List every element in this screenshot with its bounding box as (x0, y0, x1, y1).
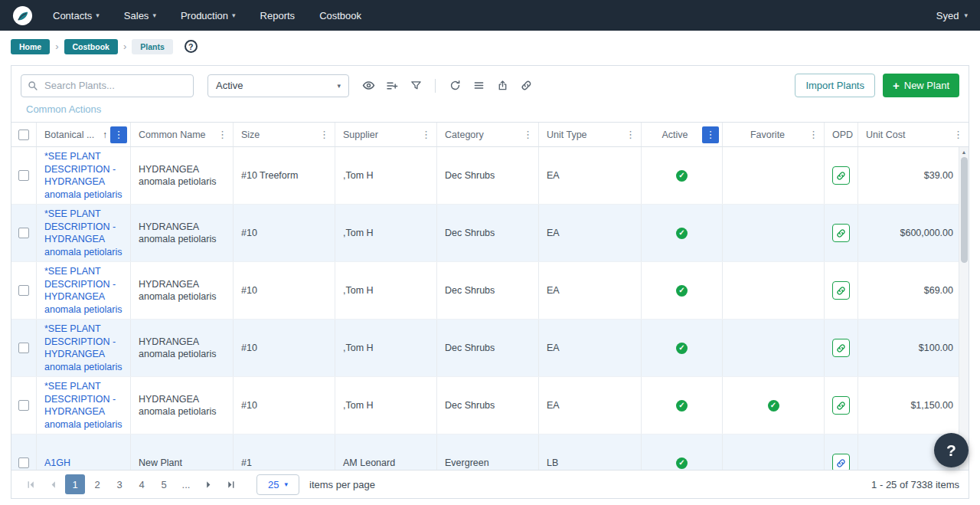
page-ellipsis-button[interactable]: ... (176, 474, 196, 494)
active-cell: ✓ (642, 377, 723, 434)
page-button-1[interactable]: 1 (65, 474, 85, 494)
plant-link[interactable]: *SEE PLANT DESCRIPTION - HYDRANGEA anoma… (44, 380, 122, 431)
visibility-toggle-button[interactable] (358, 76, 378, 96)
toolbar-divider (435, 79, 436, 93)
new-plant-button[interactable]: + New Plant (883, 74, 959, 97)
column-menu-icon[interactable]: ⋮ (215, 129, 230, 140)
breadcrumb-plants[interactable]: Plants (132, 39, 173, 54)
opd-link-button[interactable] (832, 339, 850, 357)
unit-cost-cell: $600,000.00 (858, 205, 969, 261)
opd-link-button[interactable] (832, 224, 850, 242)
column-menu-icon[interactable]: ⋮ (521, 129, 535, 140)
last-page-button[interactable] (220, 474, 240, 494)
column-header-opd[interactable]: OPD (825, 123, 858, 146)
column-menu-icon[interactable]: ⋮ (317, 129, 332, 140)
column-header-botanical[interactable]: Botanical ... ↑ ⋮ (37, 123, 131, 146)
size-cell: #10 (234, 320, 335, 376)
column-chooser-button[interactable] (382, 76, 402, 96)
page-button-5[interactable]: 5 (154, 474, 174, 494)
column-menu-icon[interactable]: ⋮ (806, 129, 821, 140)
favorite-check-icon: ✓ (768, 400, 779, 412)
next-page-button[interactable] (198, 474, 218, 494)
next-page-icon (203, 479, 214, 490)
list-view-button[interactable] (469, 76, 488, 96)
help-fab-button[interactable]: ? (934, 433, 969, 467)
column-menu-button[interactable]: ⋮ (702, 126, 719, 143)
status-filter-select[interactable]: Active ▾ (207, 74, 349, 97)
funnel-icon (410, 80, 422, 91)
column-header-category[interactable]: Category ⋮ (437, 123, 539, 146)
row-checkbox[interactable] (18, 170, 29, 181)
table-row: *SEE PLANT DESCRIPTION - HYDRANGEA anoma… (11, 205, 969, 262)
nav-item-contacts[interactable]: Contacts ▾ (53, 10, 100, 21)
column-menu-icon[interactable]: ⋮ (951, 129, 965, 140)
column-label: Active (649, 130, 701, 140)
column-menu-icon[interactable]: ⋮ (419, 129, 433, 140)
opd-link-button[interactable] (832, 166, 850, 185)
common-actions-link[interactable]: Common Actions (11, 103, 969, 122)
chevron-down-icon: ▾ (964, 11, 968, 19)
user-menu[interactable]: Syed ▾ (936, 10, 968, 21)
select-all-cell (11, 123, 37, 146)
nav-item-costbook[interactable]: Costbook (319, 10, 361, 21)
column-header-favorite[interactable]: Favorite ⋮ (723, 123, 825, 146)
column-menu-button[interactable]: ⋮ (110, 126, 127, 143)
columns-plus-icon (386, 80, 398, 92)
row-checkbox[interactable] (18, 343, 29, 353)
page-button-4[interactable]: 4 (132, 474, 152, 494)
plant-link[interactable]: A1GH (44, 457, 70, 470)
plant-link[interactable]: *SEE PLANT DESCRIPTION - HYDRANGEA anoma… (44, 265, 122, 316)
active-check-icon: ✓ (676, 170, 688, 182)
page-size-select[interactable]: 25 ▾ (256, 474, 299, 495)
column-header-common-name[interactable]: Common Name ⋮ (131, 123, 234, 146)
copy-link-button[interactable] (516, 76, 536, 96)
app-logo-icon[interactable] (12, 5, 33, 26)
opd-link-button[interactable] (832, 396, 850, 415)
link-icon (836, 286, 846, 296)
refresh-button[interactable] (445, 76, 465, 96)
scrollbar-thumb[interactable] (961, 157, 968, 263)
active-check-icon: ✓ (676, 343, 688, 354)
active-check-icon: ✓ (676, 457, 688, 469)
breadcrumb-home[interactable]: Home (11, 39, 50, 54)
first-page-button[interactable] (21, 474, 41, 494)
supplier-cell: ,Tom H (335, 377, 437, 434)
export-button[interactable] (492, 76, 512, 96)
import-plants-button[interactable]: Import Plants (795, 74, 875, 97)
chevron-down-icon: ▾ (232, 11, 236, 19)
breadcrumb-costbook[interactable]: Costbook (64, 39, 118, 54)
plant-link[interactable]: *SEE PLANT DESCRIPTION - HYDRANGEA anoma… (44, 208, 122, 258)
help-icon[interactable]: ? (185, 40, 198, 53)
filter-button[interactable] (406, 76, 426, 96)
page-button-3[interactable]: 3 (109, 474, 129, 494)
column-header-unit-cost[interactable]: Unit Cost ⋮ (858, 123, 969, 146)
nav-item-reports[interactable]: Reports (260, 10, 296, 21)
page-button-2[interactable]: 2 (87, 474, 107, 494)
search-icon (28, 80, 38, 91)
plant-link[interactable]: *SEE PLANT DESCRIPTION - HYDRANGEA anoma… (44, 323, 122, 373)
nav-item-label: Contacts (53, 10, 92, 21)
row-checkbox[interactable] (18, 400, 29, 411)
row-checkbox[interactable] (18, 457, 29, 468)
plant-link[interactable]: *SEE PLANT DESCRIPTION - HYDRANGEA anoma… (44, 150, 122, 201)
nav-item-production[interactable]: Production ▾ (181, 10, 236, 21)
active-check-icon: ✓ (676, 228, 688, 239)
opd-link-button[interactable] (832, 281, 850, 300)
plus-icon: + (893, 79, 900, 92)
column-header-unit-type[interactable]: Unit Type ⋮ (539, 123, 642, 146)
column-menu-icon[interactable]: ⋮ (623, 129, 638, 140)
common-name-cell: HYDRANGEA anomala petiolaris (131, 205, 234, 261)
select-all-checkbox[interactable] (18, 130, 29, 140)
nav-item-sales[interactable]: Sales ▾ (124, 10, 156, 21)
column-header-size[interactable]: Size ⋮ (234, 123, 335, 146)
scroll-up-icon[interactable]: ▲ (962, 147, 967, 155)
row-checkbox[interactable] (18, 228, 29, 238)
category-cell: Dec Shrubs (437, 320, 539, 376)
column-header-supplier[interactable]: Supplier ⋮ (335, 123, 437, 146)
opd-link-button[interactable] (832, 454, 850, 470)
row-checkbox[interactable] (18, 285, 29, 296)
column-header-active[interactable]: Active ⋮ (642, 123, 723, 146)
prev-page-button[interactable] (43, 474, 63, 494)
search-input[interactable] (43, 79, 187, 92)
unit-type-cell: EA (539, 320, 642, 376)
